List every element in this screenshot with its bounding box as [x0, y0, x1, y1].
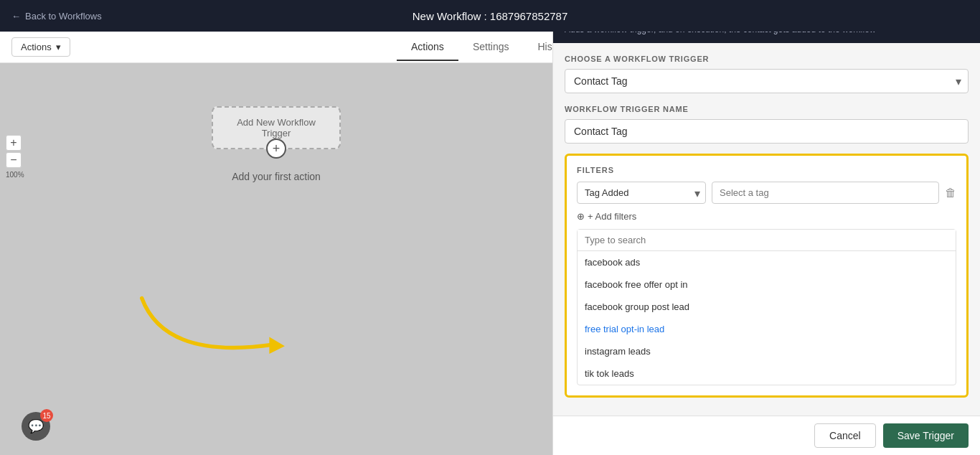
cancel-button[interactable]: Cancel [814, 423, 876, 448]
filter-row: Tag Added Tag Removed ▾ 🗑 [577, 182, 956, 204]
panel-footer: Cancel Save Trigger [553, 416, 980, 455]
add-filters-button[interactable]: ⊕ + Add filters [577, 211, 636, 222]
svg-marker-0 [269, 337, 285, 354]
tab-settings[interactable]: Settings [458, 34, 524, 61]
dropdown-item-4[interactable]: instagram leads [578, 340, 956, 362]
panel-body: CHOOSE A WORKFLOW TRIGGER Contact Tag Fo… [553, 43, 980, 416]
back-arrow-icon: ← [11, 11, 21, 22]
workflow-title: New Workflow : 1687967852787 [413, 10, 568, 22]
delete-filter-button[interactable]: 🗑 [945, 187, 956, 200]
trigger-select[interactable]: Contact Tag Form Submitted Tag Removed A… [565, 69, 969, 93]
first-action-label: Add your first action [232, 171, 321, 182]
chat-bubble[interactable]: 💬 15 [22, 412, 50, 441]
dropdown-item-1[interactable]: facebook free offer opt in [578, 273, 956, 296]
add-action-plus-circle[interactable]: + [266, 139, 286, 159]
filter-type-select[interactable]: Tag Added Tag Removed [577, 182, 706, 204]
trigger-select-wrapper: Contact Tag Form Submitted Tag Removed A… [565, 69, 969, 93]
filters-label: FILTERS [577, 166, 956, 174]
filter-select-wrapper: Tag Added Tag Removed ▾ [577, 182, 706, 204]
trigger-box-line2: Trigger [237, 128, 316, 139]
add-filters-label: + Add filters [588, 211, 636, 222]
actions-dropdown-icon: ▾ [56, 42, 61, 52]
tag-select-input[interactable] [712, 182, 939, 204]
zoom-out-button[interactable]: − [6, 152, 22, 168]
back-label: Back to Workflows [25, 11, 102, 22]
zoom-in-button[interactable]: + [6, 135, 22, 151]
dropdown-item-2[interactable]: facebook group post lead [578, 296, 956, 318]
right-panel: Workflow Trigger Adds a workflow trigger… [552, 0, 980, 455]
add-filters-icon: ⊕ [577, 211, 585, 222]
notification-badge: 15 [40, 409, 53, 422]
chat-icon: 💬 [28, 418, 44, 434]
filters-section: FILTERS Tag Added Tag Removed ▾ 🗑 ⊕ [565, 154, 969, 398]
tag-search-input[interactable] [578, 230, 956, 251]
dropdown-item-5[interactable]: tik tok leads [578, 362, 956, 385]
plus-icon: + [273, 141, 281, 156]
trigger-name-input[interactable] [565, 119, 969, 144]
arrow-annotation [115, 283, 316, 383]
canvas-area: + − 100% Add New Workflow Trigger + Add … [0, 63, 552, 455]
actions-dropdown-button[interactable]: Actions ▾ [11, 37, 70, 57]
tag-dropdown-list: facebook ads facebook free offer opt in … [577, 229, 956, 385]
back-to-workflows-link[interactable]: ← Back to Workflows [11, 11, 102, 22]
top-nav: ← Back to Workflows New Workflow : 16879… [0, 0, 980, 32]
trigger-box-line1: Add New Workflow [237, 117, 316, 128]
save-trigger-button[interactable]: Save Trigger [883, 423, 969, 448]
tab-actions[interactable]: Actions [397, 34, 458, 61]
dropdown-item-0[interactable]: facebook ads [578, 251, 956, 273]
actions-button-label: Actions [21, 42, 52, 52]
trigger-name-label: WORKFLOW TRIGGER NAME [565, 105, 969, 113]
zoom-controls: + − 100% [6, 135, 24, 179]
dropdown-item-3[interactable]: free trial opt-in lead [578, 318, 956, 340]
tag-input-wrapper [712, 182, 939, 204]
zoom-level: 100% [6, 171, 24, 179]
choose-trigger-label: CHOOSE A WORKFLOW TRIGGER [565, 55, 969, 63]
